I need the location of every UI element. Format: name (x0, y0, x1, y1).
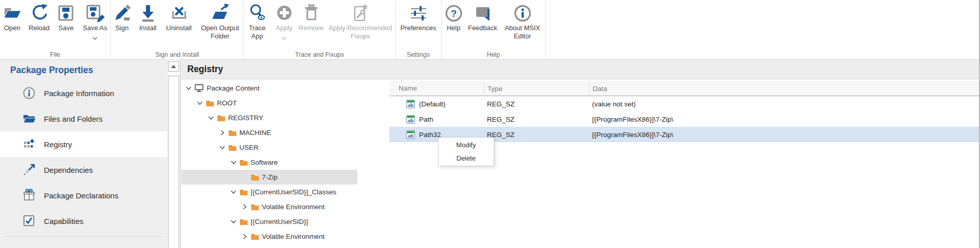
value-type: REG_SZ (484, 127, 589, 142)
uninstall-button[interactable]: Uninstall (163, 3, 195, 32)
registry-value-row[interactable]: ab Path REG_SZ [{ProgramFilesX86}]\7-Zip… (389, 111, 980, 127)
tree-item[interactable]: Package Content (181, 81, 357, 96)
install-arrow-icon (138, 3, 158, 24)
chevron-icon[interactable] (196, 100, 203, 106)
about-msix-editor-button[interactable]: About MSIX Editor (501, 3, 545, 40)
tree-item-label: Software (251, 159, 278, 166)
chevron-icon[interactable] (230, 189, 237, 195)
reload-icon (29, 3, 50, 24)
column-header-type[interactable]: Type (484, 83, 589, 94)
install-button-label: Install (139, 24, 157, 32)
folder-icon (239, 218, 248, 226)
save-as-dropdown-chevron-icon[interactable] (92, 33, 97, 42)
ribbon-group-label-settings: Settings (396, 51, 441, 58)
chevron-icon[interactable] (241, 204, 248, 210)
context-menu: Modify Delete (438, 137, 494, 166)
open-output-folder-label: Open Output Folder (197, 24, 243, 40)
sign-button[interactable]: Sign (111, 3, 133, 32)
save-as-button[interactable]: Save As (80, 3, 110, 42)
context-menu-item-label: Modify (456, 141, 476, 149)
apply-plus-icon (274, 3, 295, 24)
tree-item[interactable]: USER (181, 140, 357, 155)
chevron-icon[interactable] (218, 144, 226, 151)
feedback-bubble-icon (473, 3, 493, 24)
folder-icon (22, 112, 36, 125)
gift-box-icon (22, 189, 36, 202)
tree-item-label: Volatile Environment (262, 203, 325, 211)
value-data: [{ProgramFilesX86}]\7-Zip\ (589, 111, 980, 127)
folder-icon (251, 173, 259, 181)
string-value-ab-icon: ab (406, 130, 415, 139)
ribbon-group-label-file: File (0, 51, 110, 58)
trace-app-magnifier-icon (247, 3, 267, 24)
folder-icon (206, 99, 214, 107)
folder-icon (228, 144, 237, 151)
sidebar-item-registry[interactable]: Registry (0, 131, 167, 157)
sidebar-package-properties: Package Properties Package Information F… (0, 60, 167, 248)
vertical-scrollbar[interactable] (167, 60, 180, 248)
save-as-icon (85, 3, 105, 24)
sidebar-item-capabilities[interactable]: Capabilities (0, 208, 167, 234)
chevron-icon[interactable] (230, 159, 237, 166)
preferences-button[interactable]: Preferences (398, 3, 439, 32)
context-menu-item[interactable]: Delete (438, 152, 494, 165)
tree-item[interactable]: Software (181, 155, 357, 170)
help-button[interactable]: ? Help (443, 3, 465, 32)
chevron-icon[interactable] (230, 218, 237, 225)
column-header-data[interactable]: Data (589, 83, 980, 94)
open-button[interactable]: Open (0, 3, 24, 32)
chevron-icon[interactable] (207, 115, 214, 121)
feedback-button[interactable]: Feedback (467, 3, 499, 32)
trace-app-button[interactable]: Trace App (244, 3, 271, 40)
open-folder-icon (2, 3, 22, 24)
content-title-bar: Registry (181, 60, 980, 79)
open-output-folder-icon (210, 3, 230, 24)
install-button[interactable]: Install (135, 3, 161, 32)
scroll-up-arrow-icon (171, 65, 176, 68)
scrollbar-thumb[interactable] (168, 76, 179, 248)
folder-icon (251, 233, 259, 240)
sidebar-item-label: Package Declarations (44, 191, 118, 200)
apply-button-label: Apply (276, 24, 292, 32)
dependency-arrow-icon (22, 163, 36, 176)
tree-item[interactable]: Volatile Environment (181, 229, 357, 244)
column-header-name[interactable]: Name (389, 81, 484, 96)
value-name: Path (419, 116, 433, 123)
chevron-icon[interactable] (218, 129, 226, 136)
ribbon-group-sign-install: Sign Install Uninstall Open Output Folde… (111, 0, 244, 59)
sidebar-item-dependencies[interactable]: Dependencies (0, 157, 167, 183)
apply-button[interactable]: Apply (272, 3, 297, 42)
apply-recommended-fixups-button[interactable]: Apply Recommended Fixups (326, 3, 395, 40)
folder-icon (251, 203, 259, 211)
tree-item[interactable]: ROOT (181, 96, 357, 110)
context-menu-item[interactable]: Modify (438, 139, 494, 152)
remove-button[interactable]: Remove (298, 3, 325, 32)
svg-text:ab: ab (408, 132, 413, 138)
uninstall-icon (169, 3, 189, 24)
open-output-folder-button[interactable]: Open Output Folder (197, 3, 243, 40)
string-value-ab-icon: ab (406, 115, 415, 124)
tree-item[interactable]: REGISTRY (181, 110, 357, 125)
tree-item[interactable]: MACHINE (181, 125, 357, 140)
registry-value-row[interactable]: ab (Default) REG_SZ (value not set) (389, 96, 980, 111)
tree-item[interactable]: [{CurrentUserSID}] (181, 214, 357, 229)
scrollbar-up-button[interactable] (168, 61, 179, 72)
sidebar-item-files-and-folders[interactable]: Files and Folders (0, 106, 167, 131)
apply-dropdown-chevron-icon (282, 33, 287, 42)
tree-item[interactable]: Volatile Environment (181, 199, 357, 214)
folder-icon (239, 159, 248, 166)
list-body: ab (Default) REG_SZ (value not set) ab (389, 96, 980, 142)
sidebar-item-package-declarations[interactable]: Package Declarations (0, 183, 167, 208)
chevron-icon[interactable] (241, 233, 248, 240)
context-menu-item-label: Delete (456, 154, 476, 162)
value-data: [{ProgramFilesX86}]\7-Zip\ (589, 127, 980, 142)
value-data: (value not set) (589, 96, 980, 111)
save-button[interactable]: Save (54, 3, 79, 32)
uninstall-button-label: Uninstall (166, 24, 192, 32)
chevron-icon[interactable] (185, 85, 192, 92)
folder-icon (228, 129, 237, 137)
reload-button[interactable]: Reload (26, 3, 53, 32)
tree-item[interactable]: 7-Zip (181, 170, 357, 185)
sidebar-item-package-information[interactable]: Package Information (0, 80, 167, 106)
tree-item[interactable]: [{CurrentUserSID}]_Classes (181, 185, 357, 199)
